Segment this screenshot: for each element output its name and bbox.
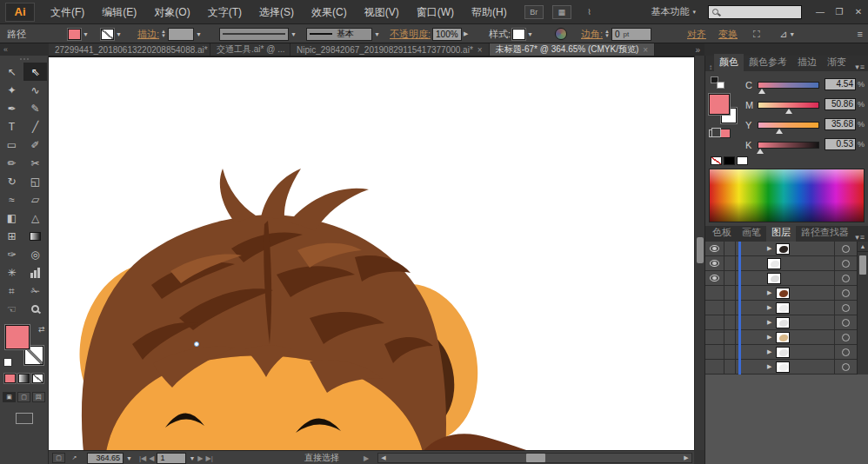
- stroke-weight-field[interactable]: [168, 28, 194, 41]
- scale-tool[interactable]: ◱: [23, 172, 47, 190]
- cs-live-icon[interactable]: ⌇: [580, 5, 599, 19]
- target-circle-icon[interactable]: [842, 260, 850, 268]
- corner-stepper[interactable]: ▲▼: [604, 30, 610, 38]
- lock-cell[interactable]: [724, 301, 736, 315]
- magenta-slider-thumb[interactable]: [785, 105, 792, 114]
- horizontal-scroll-handle[interactable]: [526, 454, 545, 462]
- recolor-artwork-icon[interactable]: [555, 28, 567, 40]
- expand-triangle-icon[interactable]: ▶: [767, 348, 771, 355]
- visibility-eye-icon[interactable]: [710, 245, 719, 252]
- draw-behind-button[interactable]: ▢: [17, 392, 30, 402]
- panel-dock-toggle-icon[interactable]: ≡: [858, 29, 863, 39]
- layer-thumbnail[interactable]: [767, 258, 781, 269]
- select-similar-dropdown-icon[interactable]: ▼: [789, 31, 795, 37]
- web-color-warning-icon[interactable]: [709, 129, 717, 137]
- type-tool[interactable]: T: [0, 117, 23, 136]
- opacity-field[interactable]: 100%: [432, 28, 462, 41]
- slice-tool[interactable]: ✁: [23, 282, 47, 300]
- lock-cell[interactable]: [724, 330, 736, 344]
- anchor-point[interactable]: [195, 342, 199, 347]
- visibility-eye-icon[interactable]: [710, 275, 719, 282]
- black-slider-thumb[interactable]: [757, 145, 764, 154]
- toolbar-dock-header[interactable]: «: [0, 43, 49, 56]
- direct-selection-tool[interactable]: ⇖: [23, 63, 47, 81]
- closest-web-color-swatch[interactable]: [720, 129, 731, 138]
- menu-select[interactable]: 选择(S): [250, 0, 303, 24]
- brush-dropdown-icon[interactable]: ▼: [374, 31, 380, 37]
- width-tool[interactable]: ≈: [0, 190, 23, 209]
- layers-scroll-handle[interactable]: [859, 255, 866, 275]
- shape-builder-tool[interactable]: ◧: [0, 209, 23, 227]
- next-artboard-icon[interactable]: ▶: [197, 454, 203, 462]
- menu-edit[interactable]: 编辑(E): [93, 0, 145, 24]
- mesh-tool[interactable]: ⊞: [0, 227, 23, 245]
- magic-wand-tool[interactable]: ✦: [0, 81, 23, 99]
- scroll-left-icon[interactable]: ◀: [378, 454, 389, 461]
- workspace-switcher[interactable]: 基本功能: [651, 5, 689, 18]
- brush-definition-dropdown[interactable]: 基本: [306, 28, 372, 41]
- black-value-field[interactable]: 0.53: [825, 138, 856, 150]
- layer-row[interactable]: ▶: [705, 256, 857, 271]
- yellow-slider-thumb[interactable]: [776, 125, 783, 134]
- tab-close-icon[interactable]: ×: [643, 45, 648, 55]
- transform-link[interactable]: 变换: [718, 28, 738, 41]
- screen-mode-button[interactable]: [16, 413, 33, 424]
- fill-swatch[interactable]: [5, 325, 30, 349]
- width-profile-dropdown[interactable]: [219, 28, 289, 41]
- export-icon[interactable]: ↗: [68, 453, 81, 463]
- swap-fill-stroke-icon[interactable]: ⇄: [38, 325, 45, 334]
- cyan-slider-thumb[interactable]: [758, 85, 765, 94]
- pencil-tool[interactable]: ✏: [0, 154, 23, 172]
- pen-tool[interactable]: ✒: [0, 99, 23, 117]
- stroke-label[interactable]: 描边:: [137, 28, 159, 41]
- layer-thumbnail[interactable]: [776, 302, 790, 314]
- white-swatch[interactable]: [737, 156, 748, 165]
- target-circle-icon[interactable]: [842, 275, 850, 282]
- draw-inside-button[interactable]: 回: [32, 392, 45, 402]
- tab-brushes[interactable]: 画笔: [737, 224, 766, 242]
- arrange-documents-icon[interactable]: ▦: [552, 5, 571, 19]
- panel-menu-icon[interactable]: ▾≡: [855, 233, 868, 242]
- status-menu-icon[interactable]: ▶: [364, 454, 369, 462]
- menu-object[interactable]: 对象(O): [145, 0, 198, 24]
- status-preview-icon[interactable]: ▢: [52, 453, 65, 463]
- opacity-label[interactable]: 不透明度:: [390, 28, 431, 41]
- menu-view[interactable]: 视图(V): [356, 0, 408, 24]
- layer-thumbnail[interactable]: [776, 332, 790, 343]
- stroke-weight-dropdown-icon[interactable]: ▼: [196, 31, 202, 37]
- menu-window[interactable]: 窗口(W): [408, 0, 463, 24]
- scroll-right-icon[interactable]: ▶: [681, 454, 691, 461]
- zoom-level-field[interactable]: 364.65: [87, 453, 124, 464]
- draw-normal-button[interactable]: ▣: [3, 392, 16, 402]
- add-anchor-point-tool[interactable]: ✎: [23, 99, 47, 117]
- target-circle-icon[interactable]: [842, 334, 850, 341]
- tab-color[interactable]: 颜色: [714, 54, 744, 71]
- target-circle-icon[interactable]: [842, 304, 850, 312]
- layer-thumbnail[interactable]: [767, 273, 781, 284]
- line-segment-tool[interactable]: ╱: [23, 117, 47, 136]
- artboard-number-field[interactable]: 1: [157, 453, 186, 464]
- target-circle-icon[interactable]: [842, 319, 850, 327]
- stroke-weight-stepper[interactable]: ▲▼: [161, 30, 166, 38]
- lock-cell[interactable]: [724, 271, 736, 285]
- hand-tool[interactable]: ☜: [0, 300, 23, 318]
- symbol-sprayer-tool[interactable]: ✳: [0, 263, 23, 282]
- layer-thumbnail[interactable]: [776, 317, 790, 328]
- tab-gradient[interactable]: 渐变: [822, 54, 851, 71]
- none-mode-button[interactable]: [32, 374, 43, 383]
- lock-cell[interactable]: [724, 256, 736, 270]
- canvas[interactable]: [49, 56, 694, 450]
- menu-effect[interactable]: 效果(C): [303, 0, 356, 24]
- layer-thumbnail[interactable]: [776, 288, 790, 299]
- rectangle-tool[interactable]: ▭: [0, 136, 23, 154]
- tab-layers[interactable]: 图层: [766, 224, 796, 242]
- restore-button[interactable]: ❐: [830, 5, 849, 19]
- eyedropper-tool[interactable]: ✑: [0, 245, 23, 263]
- magenta-value-field[interactable]: 50.86: [825, 98, 856, 110]
- stroke-color-swatch[interactable]: [101, 29, 114, 40]
- toolbar-grip[interactable]: [0, 56, 48, 63]
- corner-label[interactable]: 边角:: [581, 28, 603, 41]
- black-swatch[interactable]: [724, 156, 735, 165]
- perspective-grid-tool[interactable]: △: [23, 209, 47, 227]
- tab-overflow-button[interactable]: »: [691, 43, 704, 56]
